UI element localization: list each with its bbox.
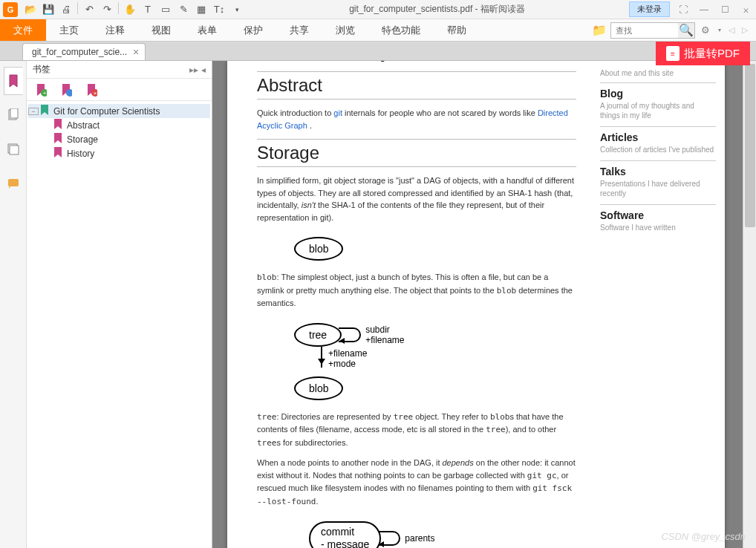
document-tabbar: git_for_computer_scie... × ▼ (0, 42, 756, 61)
menu-home[interactable]: 主页 (46, 19, 92, 41)
layers-tab-icon[interactable] (4, 135, 23, 163)
bookmark-delete-icon[interactable]: × (83, 82, 100, 98)
storage-text: In simplified form, git object storage i… (257, 174, 576, 224)
batch-convert-banner[interactable]: ≡ 批量转PDF (656, 42, 750, 65)
next-icon[interactable]: ▷ (740, 25, 750, 35)
comments-tab-icon[interactable] (4, 169, 23, 198)
menu-form[interactable]: 表单 (184, 19, 230, 41)
pages-tab-icon[interactable] (4, 101, 23, 129)
tree-desc: tree: Directories are represented by tre… (257, 411, 576, 450)
search-box: 🔍 (610, 22, 695, 39)
snapshot-icon[interactable]: ▭ (157, 2, 174, 17)
svg-rect-4 (8, 179, 19, 186)
text-select-icon[interactable]: T (140, 2, 156, 17)
abstract-text: Quick introduction to git internals for … (257, 107, 576, 131)
bookmark-item[interactable]: History (28, 146, 210, 160)
menu-browse[interactable]: 浏览 (322, 19, 368, 41)
section-storage: Storage (257, 139, 576, 167)
redo-icon[interactable]: ↷ (99, 2, 115, 17)
bookmark-label: Storage (67, 134, 98, 145)
blob-node: blob (294, 376, 343, 400)
menu-protect[interactable]: 保护 (230, 19, 276, 41)
loop-label: subdir+filename (365, 324, 404, 345)
save-icon[interactable]: 💾 (40, 2, 56, 17)
git-link[interactable]: git (333, 108, 342, 117)
search-button[interactable]: 🔍 (678, 23, 694, 38)
minimize-icon[interactable]: — (697, 3, 711, 16)
window-title: git_for_computer_scientists.pdf - 福昕阅读器 (245, 3, 629, 16)
bookmark-root[interactable]: − Git for Computer Scientists (28, 104, 210, 118)
gear-dropdown-icon[interactable]: ▾ (716, 23, 723, 38)
commit-node: commit- message (309, 521, 381, 548)
undo-icon[interactable]: ↶ (81, 2, 97, 17)
self-loop-icon (378, 531, 400, 546)
document-tab[interactable]: git_for_computer_scie... × (22, 43, 146, 60)
section-abstract: Abstract (257, 71, 576, 100)
titlebar: G 📂 💾 🖨 ↶ ↷ ✋ T ▭ ✎ ▦ T↕ ▾ git_for_compu… (0, 0, 756, 19)
aside-software[interactable]: SoftwareSoftware I have written (600, 204, 716, 238)
ribbon-toggle-icon[interactable]: ⛶ (676, 3, 691, 16)
app-logo: G (3, 2, 18, 17)
bookmark-item[interactable]: Storage (28, 132, 210, 146)
bookmark-add-icon[interactable]: + (33, 82, 49, 98)
main-area: 书签 ▸▸ ◂ + × − Git for Computer Scientist… (0, 61, 756, 548)
print-icon[interactable]: 🖨 (58, 2, 74, 17)
menubar: 文件 主页 注释 视图 表单 保护 共享 浏览 特色功能 帮助 📁 🔍 ⚙ ▾ … (0, 19, 756, 42)
maximize-icon[interactable]: ☐ (717, 3, 732, 16)
highlight-icon[interactable]: ✎ (175, 2, 192, 17)
bookmark-tool2-icon[interactable] (58, 82, 74, 98)
loop-label: parents (405, 533, 434, 544)
close-tab-icon[interactable]: × (133, 46, 139, 58)
quick-access-toolbar: 📂 💾 🖨 ↶ ↷ ✋ T ▭ ✎ ▦ T↕ ▾ (22, 2, 245, 17)
aside-blog[interactable]: BlogA journal of my thoughts and things … (600, 82, 716, 126)
aside-talks[interactable]: TalksPresentations I have delivered rece… (600, 160, 716, 204)
bookmarks-toolbar: + × (27, 79, 212, 101)
pdf-page: Git for Computer Scientists Abstract Qui… (227, 61, 725, 548)
prev-icon[interactable]: ◁ (726, 25, 737, 35)
document-viewport[interactable]: Git for Computer Scientists Abstract Qui… (212, 61, 756, 548)
close-window-icon[interactable]: ⨉ (738, 3, 753, 16)
bookmark-label: History (67, 149, 94, 159)
bookmark-icon (53, 133, 64, 146)
qat-dropdown-icon[interactable]: ▾ (229, 2, 245, 17)
aside-articles[interactable]: ArticlesCollection of articles I've publ… (600, 126, 716, 160)
svg-rect-1 (10, 108, 18, 118)
menu-features[interactable]: 特色功能 (368, 19, 434, 41)
bookmarks-title: 书签 (33, 63, 50, 76)
vertical-scrollbar[interactable] (743, 61, 756, 548)
arrow-label: +filename+mode (328, 348, 367, 369)
doc-title: Git for Computer Scientists (257, 61, 576, 65)
panel-collapse-icon[interactable]: ▸▸ (189, 65, 198, 75)
login-button[interactable]: 未登录 (629, 1, 670, 17)
typewriter-icon[interactable]: ▦ (193, 2, 209, 17)
search-input[interactable] (611, 26, 678, 35)
blob-node: blob (294, 237, 343, 261)
open-folder-icon[interactable]: 📁 (591, 23, 607, 38)
arrow-down-icon: +filename+mode (321, 347, 322, 368)
svg-text:+: + (43, 90, 47, 97)
gear-icon[interactable]: ⚙ (698, 23, 713, 38)
page-sidebar: About me and this site BlogA journal of … (591, 61, 725, 548)
document-tab-label: git_for_computer_scie... (32, 47, 127, 57)
aside-about: About me and this site (600, 68, 716, 82)
banner-text: 批量转PDF (684, 47, 740, 61)
menu-comment[interactable]: 注释 (92, 19, 138, 41)
file-tab[interactable]: 文件 (0, 19, 46, 41)
bookmark-icon (53, 119, 64, 131)
bookmark-item[interactable]: Abstract (28, 118, 210, 132)
menu-help[interactable]: 帮助 (434, 19, 480, 41)
tree-collapse-icon[interactable]: − (28, 108, 39, 115)
bookmarks-tab-icon[interactable] (4, 67, 23, 95)
bookmark-icon (40, 105, 50, 117)
side-iconstrip (0, 61, 27, 548)
panel-menu-icon[interactable]: ◂ (201, 65, 206, 75)
menu-view[interactable]: 视图 (138, 19, 184, 41)
hand-tool-icon[interactable]: ✋ (122, 2, 138, 17)
text-size-icon[interactable]: T↕ (211, 2, 227, 17)
self-loop-icon (339, 327, 361, 342)
open-icon[interactable]: 📂 (22, 2, 39, 17)
pdf-doc-icon: ≡ (666, 46, 680, 61)
menu-share[interactable]: 共享 (276, 19, 322, 41)
tree-node: tree (294, 323, 342, 347)
scrollbar-thumb[interactable] (745, 64, 755, 227)
